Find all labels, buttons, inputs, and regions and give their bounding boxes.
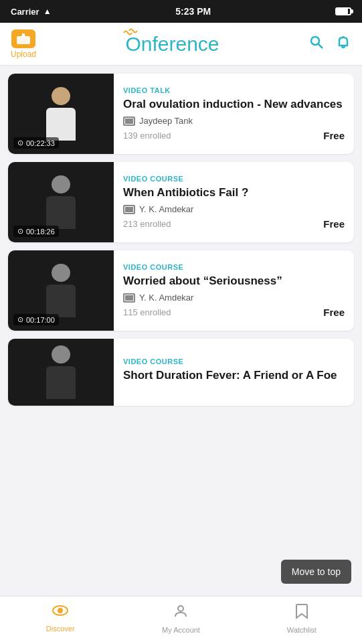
clock-icon-2: ⊙ [17, 227, 23, 236]
enrolled-count-3: 115 enrolled [123, 307, 171, 317]
battery-icon [335, 7, 351, 15]
price-badge-3: Free [323, 307, 345, 318]
person-body-4 [46, 366, 76, 399]
logo-ference-text: ference [152, 33, 219, 56]
price-badge-1: Free [323, 130, 345, 141]
price-badge-2: Free [323, 218, 345, 230]
content-area: ⊙ 00:22:33 VIDEO TALK Oral ovulation ind… [0, 66, 362, 467]
watchlist-icon [294, 603, 309, 623]
duration-text-1: 00:22:33 [26, 139, 55, 147]
card-title-2: When Antibiotics Fail ? [123, 185, 345, 200]
card-info-4: VIDEO COURSE Short Duration Fever: A Fri… [114, 339, 354, 406]
tab-discover[interactable]: Discover [0, 603, 120, 633]
silhouette-3 [41, 264, 81, 317]
battery-fill [337, 9, 348, 14]
wifi-icon: ▲ [43, 7, 52, 16]
duration-badge-1: ⊙ 00:22:33 [13, 137, 59, 149]
duration-badge-2: ⊙ 00:18:26 [13, 226, 59, 237]
card-info-1: VIDEO TALK Oral ovulation induction - Ne… [114, 74, 354, 154]
person-body-1 [46, 108, 76, 141]
logo-on-text: On [125, 33, 152, 55]
tab-my-account[interactable]: My Account [120, 603, 241, 634]
card-title-1: Oral ovulation induction - New advances [123, 97, 345, 112]
thumbnail-4 [8, 339, 114, 406]
card-type-2: VIDEO COURSE [123, 175, 345, 183]
upload-button[interactable]: Upload [11, 29, 36, 59]
tab-my-account-label: My Account [162, 626, 200, 634]
duration-text-3: 00:17:00 [26, 316, 55, 324]
svg-rect-2 [22, 33, 25, 37]
my-account-icon [173, 603, 189, 623]
author-name-2: Y. K. Amdekar [139, 204, 193, 214]
person-body-3 [46, 285, 76, 317]
silhouette-2 [41, 175, 81, 229]
svg-line-4 [318, 44, 323, 48]
author-icon-3 [123, 293, 135, 303]
video-card-2[interactable]: ⊙ 00:18:26 VIDEO COURSE When Antibiotics… [8, 162, 354, 242]
upload-icon [11, 29, 35, 48]
card-type-1: VIDEO TALK [123, 86, 345, 94]
svg-point-8 [178, 606, 183, 611]
author-icon-2 [123, 205, 135, 214]
card-title-4: Short Duration Fever: A Friend or A Foe [123, 368, 345, 383]
clock-icon-1: ⊙ [17, 139, 23, 147]
card-footer-2: 213 enrolled Free [123, 218, 345, 230]
person-head-1 [52, 87, 70, 105]
navbar: Upload On ference [0, 23, 362, 66]
duration-text-2: 00:18:26 [26, 228, 55, 236]
card-info-2: VIDEO COURSE When Antibiotics Fail ? Y. … [114, 162, 354, 242]
tab-bar: Discover My Account Watchlist [0, 596, 362, 644]
silhouette-4 [41, 345, 81, 399]
silhouette-1 [41, 87, 81, 141]
thumbnail-1: ⊙ 00:22:33 [8, 74, 114, 154]
card-type-4: VIDEO COURSE [123, 357, 345, 366]
author-name-1: Jaydeep Tank [139, 116, 193, 126]
tab-discover-label: Discover [46, 625, 75, 633]
status-bar: Carrier ▲ 5:23 PM [0, 0, 362, 23]
bell-icon[interactable] [335, 34, 351, 54]
author-name-3: Y. K. Amdekar [139, 293, 193, 303]
duration-badge-3: ⊙ 00:17:00 [13, 314, 59, 325]
card-footer-1: 139 enrolled Free [123, 130, 345, 141]
card-info-3: VIDEO COURSE Worried about “Seriousness”… [114, 250, 354, 331]
status-bar-time: 5:23 PM [175, 6, 211, 17]
person-head-3 [52, 264, 70, 282]
discover-icon [52, 603, 69, 622]
person-image-4 [8, 339, 114, 406]
upload-label: Upload [11, 50, 36, 59]
person-head-4 [52, 345, 70, 364]
thumbnail-2: ⊙ 00:18:26 [8, 162, 114, 242]
card-author-3: Y. K. Amdekar [123, 293, 345, 303]
svg-point-3 [311, 37, 319, 45]
card-type-3: VIDEO COURSE [123, 263, 345, 271]
enrolled-count-2: 213 enrolled [123, 219, 171, 229]
move-to-top-button[interactable]: Move to top [281, 560, 351, 584]
logo-waves-icon [122, 27, 143, 35]
card-title-3: Worried about “Seriousness” [123, 274, 345, 289]
logo: On ference [125, 33, 219, 56]
status-bar-right [335, 7, 351, 15]
video-card-3[interactable]: ⊙ 00:17:00 VIDEO COURSE Worried about “S… [8, 250, 354, 331]
logo-on: On [125, 33, 152, 56]
svg-point-7 [58, 609, 62, 613]
person-body-2 [46, 196, 76, 229]
author-icon-1 [123, 116, 135, 126]
search-icon[interactable] [308, 34, 325, 54]
carrier-label: Carrier [11, 7, 39, 17]
clock-icon-3: ⊙ [17, 315, 23, 324]
tab-watchlist[interactable]: Watchlist [242, 603, 362, 634]
card-footer-3: 115 enrolled Free [123, 307, 345, 318]
enrolled-count-1: 139 enrolled [123, 131, 171, 141]
status-bar-left: Carrier ▲ [11, 7, 52, 17]
tab-watchlist-label: Watchlist [287, 626, 316, 634]
person-head-2 [52, 175, 70, 193]
video-card-4[interactable]: VIDEO COURSE Short Duration Fever: A Fri… [8, 339, 354, 406]
thumbnail-3: ⊙ 00:17:00 [8, 250, 114, 331]
card-author-2: Y. K. Amdekar [123, 204, 345, 214]
card-author-1: Jaydeep Tank [123, 116, 345, 126]
nav-icons [308, 34, 351, 54]
video-card-1[interactable]: ⊙ 00:22:33 VIDEO TALK Oral ovulation ind… [8, 74, 354, 154]
